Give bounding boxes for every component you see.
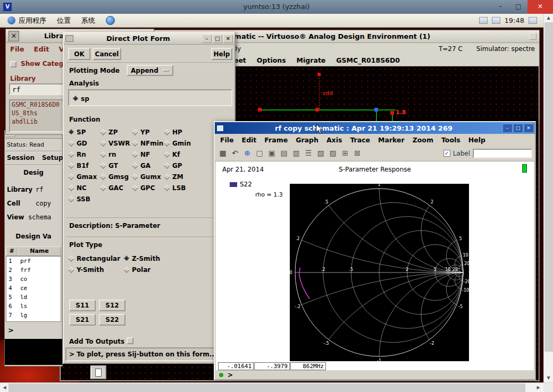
function-radio-zm[interactable]: ZM — [165, 171, 198, 182]
function-radio-yp[interactable]: YP — [133, 126, 165, 138]
menu-help[interactable]: Help — [468, 136, 485, 144]
browser-launcher[interactable] — [102, 14, 119, 28]
function-radio-gmsg[interactable]: Gmsg — [101, 171, 133, 182]
function-radio-gmin[interactable]: Gmin — [165, 138, 198, 149]
menu-file[interactable]: File — [10, 45, 24, 53]
minimize-button[interactable]: – — [202, 35, 212, 43]
wire-terminal[interactable] — [315, 108, 319, 112]
plot-s12-button[interactable]: S12 — [99, 300, 125, 311]
menu-edit[interactable]: Edit — [242, 136, 257, 144]
variable-row[interactable]: 7lg — [6, 311, 61, 320]
hatch-icon[interactable]: ▧ — [315, 148, 326, 159]
menu-migrate[interactable]: Migrate — [297, 56, 326, 64]
function-radio-hp[interactable]: HP — [165, 126, 198, 138]
schematic-maximize-button[interactable] — [529, 33, 537, 40]
plot-s11-button[interactable]: S11 — [69, 300, 96, 311]
undo-icon[interactable]: ↶ — [230, 148, 240, 159]
supply-value-label[interactable]: 1.8 — [396, 109, 406, 116]
ok-button[interactable]: OK — [68, 48, 90, 60]
scrollbar-thumb[interactable] — [544, 22, 553, 352]
plot-type-radio-polar[interactable]: Polar — [124, 264, 178, 275]
function-radio-rn[interactable]: rn — [101, 149, 133, 160]
fit-icon[interactable]: ⊠ — [352, 148, 363, 159]
grid-icon[interactable]: ▨ — [328, 148, 338, 159]
function-radio-nf[interactable]: NF — [133, 149, 165, 160]
legend-item[interactable]: S22 — [230, 181, 252, 188]
function-radio-ssb[interactable]: SSB — [69, 193, 101, 204]
function-radio-vswr[interactable]: VSWR — [101, 138, 133, 149]
scrollbar-thumb[interactable] — [9, 384, 525, 392]
stack-icon[interactable]: ▤ — [279, 148, 289, 159]
volume-icon[interactable] — [529, 17, 537, 24]
menu-options[interactable]: Options — [257, 56, 286, 64]
maximize-button[interactable]: □ — [213, 35, 222, 43]
window-menu-icon[interactable] — [65, 35, 73, 42]
display-icon[interactable] — [492, 17, 500, 24]
plot-type-radio-rectangular[interactable]: Rectangular — [69, 253, 124, 264]
menu-axis[interactable]: Axis — [326, 136, 342, 144]
variable-row[interactable]: 1prf — [6, 257, 61, 266]
function-radio-ga[interactable]: GA — [133, 160, 165, 171]
function-radio-sp[interactable]: SP — [69, 126, 101, 138]
printer-icon[interactable]: ▦ — [217, 148, 228, 159]
cancel-button[interactable]: Cancel — [93, 48, 121, 60]
plot-type-radio-y-smith[interactable]: Y-Smith — [69, 264, 124, 275]
plot-s21-button[interactable]: S21 — [69, 314, 96, 326]
minimize-button[interactable]: – — [491, 0, 509, 14]
variable-row[interactable]: 2frf — [6, 266, 61, 275]
function-radio-kf[interactable]: Kf — [165, 149, 198, 160]
variable-row[interactable]: 3co — [6, 275, 61, 284]
menu-frame[interactable]: Frame — [264, 136, 288, 144]
maximize-button[interactable]: □ — [509, 0, 527, 14]
menu-edit[interactable]: Edit — [34, 45, 49, 53]
scroll-up-button[interactable]: ▲ — [544, 14, 553, 22]
close-button[interactable]: ✕ — [524, 124, 533, 132]
label-checkbox[interactable]: ✓ — [443, 150, 450, 157]
plot-type-radio-z-smith[interactable]: Z-Smith — [124, 253, 178, 264]
menu-tools[interactable]: Tools — [441, 136, 460, 144]
scroll-left-button[interactable]: ◀ — [0, 384, 9, 392]
plot-s22-button[interactable]: S22 — [99, 314, 125, 326]
net-label-vdd[interactable]: vdd — [322, 90, 333, 97]
function-radio-gd[interactable]: GD — [69, 138, 101, 149]
function-radio-gmax[interactable]: Gmax — [69, 171, 101, 182]
menu-setup[interactable]: Setup — [42, 154, 63, 161]
minimize-button[interactable]: – — [502, 124, 512, 132]
variable-row[interactable]: 4ce — [6, 284, 61, 293]
menu-file[interactable]: File — [220, 136, 234, 144]
wire-terminal[interactable] — [258, 108, 262, 112]
wire-terminal[interactable] — [390, 111, 394, 115]
expand-icon[interactable]: ⊞ — [340, 148, 350, 159]
minimized-window-icon[interactable] — [90, 365, 106, 379]
plot-titlebar[interactable]: rf copy schematic : Apr 21 19:29:13 2014… — [215, 122, 535, 134]
list-icon[interactable]: ☰ — [303, 148, 314, 159]
design-variables-table[interactable]: 1prf2frf3co4ce5ld6ls7lg — [6, 256, 61, 322]
menu-session[interactable]: Session — [7, 154, 35, 161]
copy-graph-icon[interactable]: ▣ — [266, 148, 277, 159]
strip-icon[interactable]: ▥ — [291, 148, 301, 159]
function-radio-gumx[interactable]: Gumx — [133, 171, 165, 182]
menu-marker[interactable]: Marker — [378, 136, 405, 144]
menu-zoom[interactable]: Zoom — [413, 136, 433, 144]
function-radio-b1f[interactable]: B1f — [69, 160, 101, 171]
vertical-scrollbar[interactable]: ▲ ▼ — [543, 14, 553, 382]
function-radio-nc[interactable]: NC — [69, 182, 101, 193]
close-button[interactable]: ✕ — [223, 35, 233, 43]
analysis-radio-sp[interactable]: sp — [73, 93, 89, 104]
scroll-right-button[interactable]: ▶ — [534, 384, 543, 392]
show-categories-checkbox[interactable] — [10, 61, 16, 67]
schematic-pin[interactable] — [374, 108, 378, 112]
function-radio-gt[interactable]: GT — [101, 160, 133, 171]
frame-icon[interactable]: ▢ — [254, 148, 265, 159]
function-radio-gac[interactable]: GAC — [101, 182, 133, 193]
notification-icon[interactable] — [479, 17, 488, 24]
menu-graph[interactable]: Graph — [296, 136, 319, 144]
globe-icon[interactable]: ⊕ — [242, 148, 253, 159]
help-button[interactable]: Help — [211, 48, 232, 60]
applications-menu[interactable]: 应用程序 — [3, 14, 51, 28]
function-radio-lsb[interactable]: LSB — [165, 182, 198, 193]
maximize-button[interactable]: □ — [513, 124, 523, 132]
add-to-outputs-checkbox[interactable] — [127, 337, 133, 344]
vnc-titlebar[interactable]: V yumtso:13 (yzzhai) – □ ✕ — [0, 0, 553, 14]
scroll-down-button[interactable]: ▼ — [544, 374, 553, 382]
